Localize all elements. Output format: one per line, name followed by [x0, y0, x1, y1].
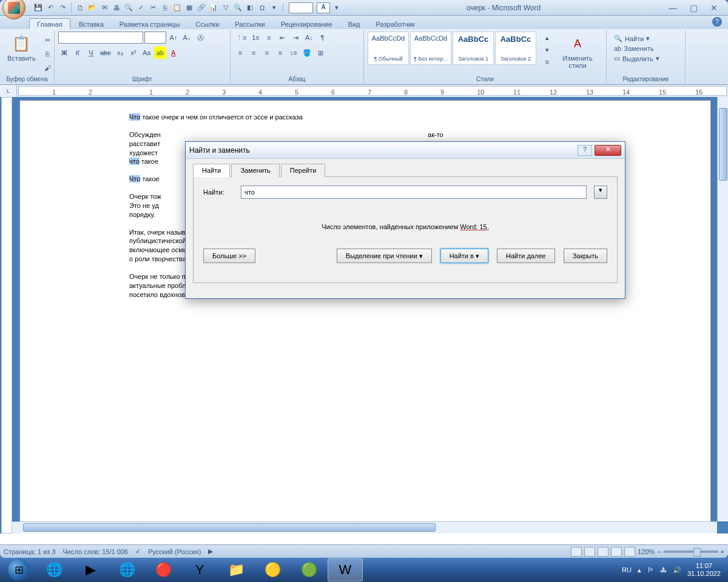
clock[interactable]: 11:07 31.10.2022 [687, 562, 721, 578]
bullets-button[interactable]: ⋮≡ [234, 32, 248, 44]
chart-icon[interactable]: 📊 [208, 2, 219, 13]
horizontal-scrollbar[interactable] [12, 521, 717, 534]
mail-icon[interactable]: ✉ [99, 2, 110, 13]
align-center-button[interactable]: ≡ [248, 47, 260, 59]
ie-button[interactable]: 🌐 [36, 558, 72, 581]
zoom-level[interactable]: 120% [638, 548, 655, 555]
cut-button[interactable]: ✂ [42, 34, 54, 46]
font-color-icon[interactable]: A [317, 2, 330, 13]
filter-icon[interactable]: ▽ [220, 2, 231, 13]
undo-icon[interactable]: ↶ [45, 2, 56, 13]
view-draft-button[interactable] [624, 547, 635, 557]
tab-view[interactable]: Вид [341, 19, 368, 29]
clear-format-icon[interactable]: Ⓐ [194, 32, 206, 44]
vertical-scrollbar[interactable] [717, 97, 728, 521]
save-icon[interactable]: 💾 [33, 2, 44, 13]
yandex-button[interactable]: Y [182, 558, 217, 581]
media-button[interactable]: ▶ [73, 558, 108, 581]
page-status[interactable]: Страница: 1 из 3 [4, 548, 56, 555]
change-styles-button[interactable]: A Изменить стили [556, 32, 599, 72]
find-button[interactable]: 🔍Найти ▾ [613, 34, 679, 43]
tab-layout[interactable]: Разметка страницы [112, 19, 187, 29]
hyperlink-icon[interactable]: 🔗 [196, 2, 207, 13]
zoom-out-button[interactable]: − [657, 548, 661, 555]
replace-button[interactable]: abЗаменить [613, 44, 679, 53]
dialog-tab-goto[interactable]: Перейти [281, 164, 326, 177]
select-button[interactable]: ▭Выделить ▾ [613, 54, 679, 63]
scroll-thumb[interactable] [23, 523, 436, 532]
proofing-icon[interactable]: ✓ [135, 547, 141, 555]
scroll-thumb[interactable] [719, 108, 727, 181]
paste-button[interactable]: 📋 Вставить [4, 32, 39, 64]
zoom-in-button[interactable]: + [721, 548, 724, 555]
language-status[interactable]: Русский (Россия) [148, 548, 201, 555]
zoom-icon[interactable]: 🔍 [232, 2, 243, 13]
gallery-more-icon[interactable]: ≡ [541, 56, 553, 68]
style-heading1[interactable]: AaBbCcЗаголовок 1 [453, 32, 494, 65]
redo-icon[interactable]: ↷ [57, 2, 68, 13]
view-print-button[interactable] [571, 547, 582, 557]
justify-button[interactable]: ≡ [274, 47, 286, 59]
style-heading2[interactable]: AaBbCcЗаголовок 2 [495, 32, 536, 65]
volume-icon[interactable]: 🔊 [673, 566, 681, 574]
symbol-icon[interactable]: Ω [257, 2, 268, 13]
sort-button[interactable]: A↓ [303, 32, 315, 44]
minimize-button[interactable]: — [665, 3, 681, 13]
maximize-button[interactable]: ▢ [686, 3, 701, 13]
close-button[interactable]: Закрыть [564, 249, 607, 263]
preview-icon[interactable]: 🔍 [123, 2, 134, 13]
dialog-tab-replace[interactable]: Заменить [231, 164, 279, 177]
copy-button[interactable]: ⎘ [42, 48, 54, 60]
find-next-button[interactable]: Найти далее [497, 249, 555, 263]
multilevel-button[interactable]: ≡ [263, 32, 275, 44]
dialog-help-button[interactable]: ? [578, 145, 592, 156]
highlight-reading-button[interactable]: Выделение при чтении ▾ [337, 249, 432, 263]
shrink-font-icon[interactable]: A↓ [181, 32, 193, 44]
show-marks-button[interactable]: ¶ [316, 32, 328, 44]
view-read-button[interactable] [584, 547, 595, 557]
font-name-input[interactable] [58, 32, 143, 44]
open-icon[interactable]: 📂 [87, 2, 98, 13]
font-size-input[interactable] [144, 32, 166, 44]
grow-font-icon[interactable]: A↑ [167, 32, 180, 44]
align-right-button[interactable]: ≡ [261, 47, 273, 59]
horizontal-ruler[interactable]: 1212345678910111213141516 [18, 86, 727, 96]
close-button[interactable]: ✕ [706, 3, 722, 13]
paste-icon[interactable]: 📋 [172, 2, 183, 13]
tab-review[interactable]: Рецензирование [274, 19, 340, 29]
more-button[interactable]: Больше >> [203, 249, 255, 263]
opera-button[interactable]: 🔴 [146, 558, 181, 581]
highlight-button[interactable]: ab [154, 47, 166, 59]
explorer-button[interactable]: 📁 [218, 558, 254, 581]
tab-references[interactable]: Ссылки [189, 19, 227, 29]
print-icon[interactable]: 🖶 [111, 2, 122, 13]
ie-button-2[interactable]: 🌐 [109, 558, 144, 581]
new-icon[interactable]: 🗋 [75, 2, 86, 13]
underline-button[interactable]: Ч [85, 47, 97, 59]
network-icon[interactable]: 🖧 [660, 566, 667, 574]
vertical-ruler[interactable] [1, 97, 12, 534]
superscript-button[interactable]: x² [127, 47, 140, 59]
numbering-button[interactable]: 1≡ [249, 32, 261, 44]
change-case-button[interactable]: Aa [141, 47, 153, 59]
bold-button[interactable]: Ж [58, 47, 70, 59]
macro-icon[interactable]: ▶ [208, 547, 213, 555]
strike-button[interactable]: abc [98, 47, 113, 59]
find-in-button[interactable]: Найти в ▾ [440, 249, 488, 263]
gallery-up-icon[interactable]: ▴ [541, 32, 553, 44]
cut-icon[interactable]: ✂ [147, 2, 158, 13]
start-button[interactable]: ⊞ [2, 558, 35, 582]
language-indicator[interactable]: RU [622, 566, 632, 574]
borders-button[interactable]: ⊞ [314, 47, 326, 59]
word-taskbar-button[interactable]: W [328, 558, 363, 581]
help-button[interactable]: ? [712, 17, 722, 27]
align-left-button[interactable]: ≡ [234, 47, 246, 59]
tab-developer[interactable]: Разработчик [369, 19, 422, 29]
view-web-button[interactable] [598, 547, 608, 557]
style-normal[interactable]: AaBbCcDd¶ Обычный [368, 32, 409, 65]
gallery-down-icon[interactable]: ▾ [541, 44, 553, 56]
tab-home[interactable]: Главная [29, 18, 70, 29]
indent-dec-button[interactable]: ⇤ [276, 32, 288, 44]
italic-button[interactable]: К [72, 47, 84, 59]
dialog-titlebar[interactable]: Найти и заменить ? ✕ [186, 142, 625, 159]
